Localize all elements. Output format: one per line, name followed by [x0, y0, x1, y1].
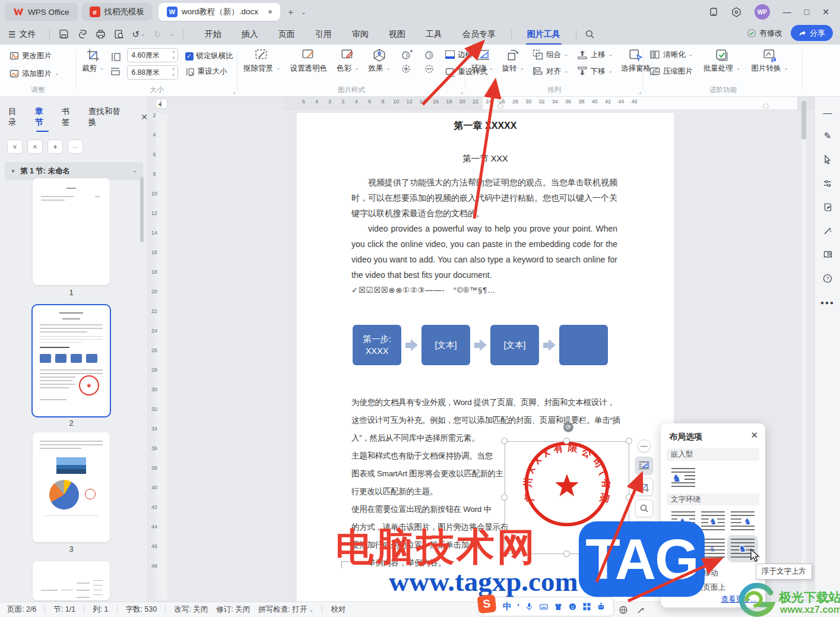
minimize-button[interactable]: —: [783, 7, 791, 17]
web-layout-icon[interactable]: [619, 605, 628, 615]
collapse-sidebar-button[interactable]: ◂▏: [156, 99, 167, 109]
flow-box-2[interactable]: [文本]: [421, 325, 470, 365]
flow-box-3[interactable]: [文本]: [490, 325, 539, 365]
lock-aspect-checkbox[interactable]: ✓锁定纵横比: [185, 51, 234, 62]
search-icon[interactable]: [585, 29, 595, 39]
size-dialog-launcher[interactable]: ⌟: [233, 88, 235, 94]
chapter-up-button[interactable]: ˄: [27, 140, 43, 154]
align-button[interactable]: 对齐⌄: [532, 65, 569, 77]
color-button[interactable]: 色彩⌄: [337, 62, 359, 74]
close-button[interactable]: ✕: [822, 7, 829, 17]
settings-sliders-icon[interactable]: [823, 179, 832, 188]
resize-handle-nw[interactable]: [501, 438, 508, 444]
zoom-tool-button[interactable]: [635, 499, 653, 517]
rotate-button[interactable]: 旋转⌄: [502, 62, 525, 74]
page-thumbnail-3[interactable]: [33, 432, 110, 542]
edit-pen-icon[interactable]: ✎: [824, 131, 832, 141]
status-proofread[interactable]: 校对: [331, 605, 345, 615]
batch-button[interactable]: 批量处理⌄: [703, 62, 741, 74]
status-overwrite[interactable]: 改写: 关闭: [174, 605, 208, 615]
first-line-indent-marker[interactable]: [497, 98, 503, 102]
tab-picture-tools[interactable]: 图片工具: [527, 29, 560, 40]
ime-emoji-icon[interactable]: [568, 602, 577, 611]
status-track-changes[interactable]: 修订: 关闭: [216, 605, 250, 615]
file-menu[interactable]: ☰ 文件: [0, 29, 45, 40]
resize-handle-e[interactable]: [626, 494, 632, 501]
resize-handle-w[interactable]: [501, 494, 508, 501]
wrap-button[interactable]: 环绕⌄: [471, 62, 494, 74]
page-thumbnail-2[interactable]: ★: [33, 305, 110, 416]
effect-button[interactable]: 效果⌄: [369, 62, 391, 74]
ime-mic-icon[interactable]: [525, 602, 534, 611]
flow-box-1[interactable]: 第一步:XXXX: [353, 325, 401, 365]
status-section[interactable]: 节: 1/1: [53, 605, 75, 615]
status-wordcount[interactable]: 字数: 530: [126, 605, 157, 615]
menu-tab[interactable]: 审阅: [352, 29, 369, 40]
research-book-icon[interactable]: [823, 250, 833, 260]
flow-box-4[interactable]: [559, 325, 608, 365]
document-scrollbar[interactable]: [801, 99, 806, 598]
width-input[interactable]: 6.88厘米˄˅: [127, 65, 178, 80]
page-thumbnail-4[interactable]: [33, 561, 110, 600]
assistant-icon[interactable]: [823, 202, 833, 212]
new-tab-button[interactable]: ＋: [286, 7, 295, 18]
menu-tab[interactable]: 会员专享: [462, 29, 496, 40]
input-method-toolbar[interactable]: S 中 ’: [478, 597, 614, 616]
thumbnail-scrollbar[interactable]: [140, 177, 144, 242]
ime-toolbox-icon[interactable]: [582, 602, 591, 611]
right-indent-marker[interactable]: [763, 103, 769, 107]
ime-assistant-icon[interactable]: [597, 602, 606, 611]
print-preview-button[interactable]: [114, 29, 124, 39]
arrange-dialog-launcher[interactable]: ⌟: [639, 88, 641, 94]
bring-forward-button[interactable]: 上移⌄: [577, 48, 613, 61]
wrap-tight-icon[interactable]: ♞: [700, 510, 726, 533]
status-column[interactable]: 列: 1: [93, 605, 108, 615]
collapse-toolbar-button[interactable]: —: [638, 439, 651, 453]
chapter-down-button[interactable]: ˅: [7, 140, 23, 154]
chapter-remove-button[interactable]: —: [68, 140, 83, 154]
height-input[interactable]: 4.60厘米˄˅: [127, 48, 178, 62]
resize-handle-ne[interactable]: [626, 438, 632, 444]
ime-keyboard-icon[interactable]: [539, 602, 549, 611]
page-thumbnail-1[interactable]: [33, 178, 110, 285]
wrap-through-icon[interactable]: ♞: [730, 510, 756, 533]
chapter-add-button[interactable]: ＋: [47, 140, 63, 154]
menu-tab[interactable]: 视图: [389, 29, 405, 40]
compress-button[interactable]: 压缩图片: [649, 65, 693, 77]
set-transparent-button[interactable]: 设置透明色: [290, 62, 328, 74]
sidebar-tab-find-replace[interactable]: 查找和替换: [88, 106, 125, 128]
save-status[interactable]: 有修改: [747, 28, 782, 39]
group-button[interactable]: 组合⌄: [532, 48, 569, 61]
sidebar-tab-bookmarks[interactable]: 书签: [62, 106, 77, 128]
status-spellcheck[interactable]: 拼写检查: 打开 ⌄: [258, 605, 313, 615]
panel-close-icon[interactable]: ✕: [750, 430, 758, 441]
style-dialog-launcher[interactable]: ⌟: [461, 88, 463, 94]
wrap-inline-icon[interactable]: ♞: [670, 466, 696, 489]
cursor-select-icon[interactable]: [823, 155, 832, 164]
convert-button[interactable]: 图片转换⌄: [752, 62, 789, 74]
document-tab[interactable]: W word教程（新）.docx: [159, 3, 280, 21]
crop-button[interactable]: 裁剪⌄: [82, 62, 104, 74]
stamp-image[interactable]: 广州XXX有限公司(有限合伙): [522, 439, 612, 529]
ink-pen-icon[interactable]: [636, 605, 646, 615]
magic-wand-icon[interactable]: [823, 226, 832, 236]
maximize-button[interactable]: □: [804, 7, 809, 17]
wrap-options-button[interactable]: [635, 457, 653, 474]
section-header[interactable]: ▼ 第 1 节: 未命名 ⌄: [5, 162, 143, 180]
more-options-icon[interactable]: ●●●: [820, 298, 835, 307]
workspace-cube-icon[interactable]: [731, 7, 741, 17]
ime-skin-icon[interactable]: [554, 602, 563, 611]
menu-tab[interactable]: 插入: [242, 29, 258, 40]
sidebar-tab-chapters[interactable]: 章节: [35, 106, 50, 128]
change-picture-button[interactable]: 更改图片: [9, 48, 70, 64]
quickbar-chevron[interactable]: ⌄: [169, 32, 174, 37]
device-sync-icon[interactable]: [709, 7, 718, 17]
sidebar-close-icon[interactable]: ✕: [141, 112, 148, 122]
template-tab[interactable]: ⌀ 找稻壳模板: [81, 3, 153, 21]
status-page[interactable]: 页面: 2/6: [7, 605, 36, 615]
menu-tab[interactable]: 引用: [315, 29, 332, 40]
document-scrollbar-thumb[interactable]: [801, 100, 806, 140]
clarify-button[interactable]: 清晰化⌄: [649, 48, 693, 61]
hanging-indent-marker[interactable]: [497, 103, 503, 107]
rotate-handle[interactable]: ⟳: [563, 422, 573, 432]
